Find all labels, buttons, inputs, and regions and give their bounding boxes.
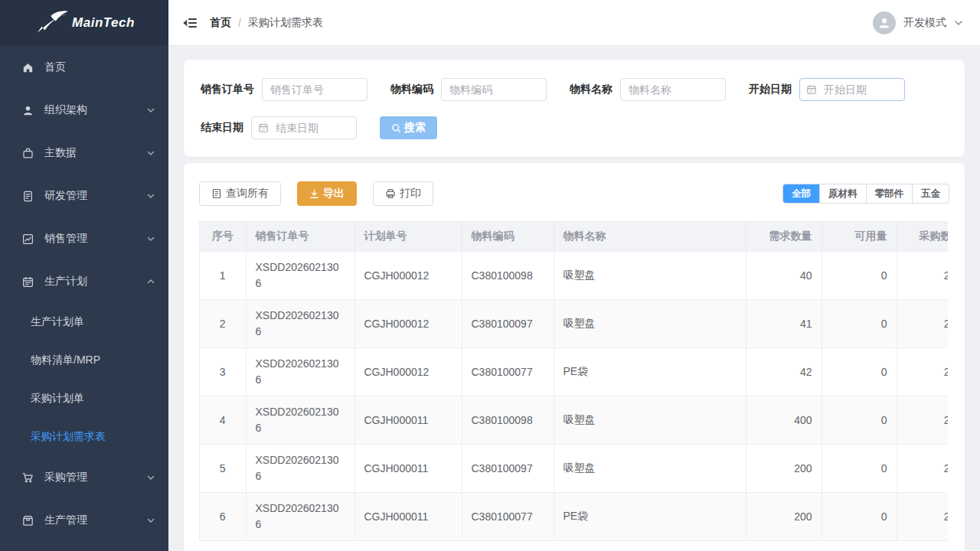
sidebar-menu: 首页组织架构主数据研发管理销售管理生产计划生产计划单物料清单/MRP采购计划单采…: [0, 46, 168, 542]
sidebar-item-sales-mgmt[interactable]: 销售管理: [0, 217, 168, 260]
sidebar-item-rd-mgmt[interactable]: 研发管理: [0, 174, 168, 217]
sidebar-item-purchase-mgmt[interactable]: 采购管理: [0, 456, 168, 499]
sidebar-subitem-production-plan-order[interactable]: 生产计划单: [0, 303, 168, 341]
cell-purchase-qty: 2: [897, 444, 948, 492]
material-name-input[interactable]: [620, 78, 726, 101]
sidebar-fold-icon[interactable]: [182, 15, 199, 31]
sidebar-subitem-label: 采购计划需求表: [31, 430, 106, 444]
input-wrap: [262, 78, 368, 101]
search-button[interactable]: 搜索: [380, 116, 437, 139]
sidebar-subitem-bom-mrp[interactable]: 物料清单/MRP: [0, 341, 168, 380]
table-container: 序号销售订单号计划单号物料编码物料名称需求数量可用量采购数量 1XSDD2026…: [199, 221, 948, 541]
cell-plan-no: CGJH000012: [354, 251, 462, 299]
print-button[interactable]: 打印: [373, 181, 433, 206]
cell-plan-no: CGJH000011: [354, 492, 462, 540]
tab-parts[interactable]: 零部件: [866, 184, 913, 203]
sidebar-subitem-purchase-plan-demand[interactable]: 采购计划需求表: [0, 418, 168, 456]
column-header-sales-order-no: 销售订单号: [246, 222, 354, 251]
filter-field-start-date: 开始日期: [749, 78, 905, 101]
search-icon: [391, 123, 401, 133]
sidebar-item-production-mgmt[interactable]: 生产管理: [0, 499, 168, 542]
column-header-material-code: 物料编码: [462, 222, 554, 251]
cart-icon: [21, 471, 34, 484]
chevron-down-icon: [147, 149, 155, 157]
breadcrumb-home-link[interactable]: 首页: [210, 16, 231, 30]
cell-plan-no: CGJH000012: [354, 299, 462, 347]
material-code-input[interactable]: [441, 78, 547, 101]
brand-swoosh-icon: [34, 9, 70, 37]
tab-hardware[interactable]: 五金: [912, 184, 949, 203]
cell-material-name: 吸塑盘: [554, 444, 746, 492]
home-icon: [21, 61, 34, 74]
cell-required-qty: 400: [746, 396, 822, 444]
chart-icon: [21, 233, 34, 246]
column-header-index: 序号: [200, 222, 246, 251]
filter-form: 销售订单号物料编码物料名称开始日期结束日期搜索: [201, 78, 948, 139]
brand-name: MainTech: [72, 15, 135, 31]
user-menu[interactable]: 开发模式: [873, 11, 963, 34]
cell-sales-order-no: XSDD2026021306: [246, 492, 354, 540]
start-date-input[interactable]: [799, 78, 905, 101]
cell-material-code: C380100077: [462, 492, 554, 540]
chevron-down-icon: [147, 106, 155, 114]
filter-label-sales-order-no: 销售订单号: [201, 83, 254, 96]
filter-field-material-name: 物料名称: [570, 78, 726, 101]
table-row: 5XSDD2026021306CGJH000011C380100097吸塑盘20…: [200, 444, 948, 492]
cell-index: 5: [200, 444, 246, 492]
filter-field-sales-order-no: 销售订单号: [201, 78, 368, 101]
cell-material-code: C380100098: [462, 251, 554, 299]
table-row: 6XSDD2026021306CGJH000011C380100077PE袋20…: [200, 492, 948, 540]
table-toolbar: 查询所有 导出: [199, 181, 949, 206]
filter-label-end-date: 结束日期: [201, 121, 243, 135]
table-row: 4XSDD2026021306CGJH000011C380100098吸塑盘40…: [200, 396, 948, 444]
content: 销售订单号物料编码物料名称开始日期结束日期搜索 查询所有: [168, 46, 980, 551]
sidebar-item-label: 生产计划: [44, 275, 147, 289]
table-row: 3XSDD2026021306CGJH000012C380100077PE袋42…: [200, 347, 948, 396]
sidebar-item-label: 主数据: [44, 146, 147, 160]
cell-material-name: 吸塑盘: [554, 299, 746, 347]
cell-purchase-qty: 2: [897, 299, 948, 347]
sidebar-item-production-plan[interactable]: 生产计划: [0, 260, 168, 303]
breadcrumb-separator: /: [238, 17, 241, 29]
calendar-icon: [21, 276, 34, 289]
tab-all[interactable]: 全部: [783, 184, 819, 203]
cell-index: 1: [200, 251, 246, 299]
sidebar-subitem-purchase-plan-order[interactable]: 采购计划单: [0, 380, 168, 418]
chevron-down-icon: [147, 474, 155, 481]
export-label: 导出: [323, 187, 345, 201]
cell-material-code: C380100097: [462, 444, 554, 492]
sidebar-item-label: 销售管理: [44, 232, 147, 246]
cell-index: 3: [200, 347, 246, 396]
sales-order-no-input[interactable]: [262, 78, 368, 101]
search-label: 搜索: [404, 121, 426, 135]
sidebar-item-master-data[interactable]: 主数据: [0, 132, 168, 174]
cell-index: 4: [200, 396, 246, 444]
filter-field-end-date: 结束日期: [201, 116, 357, 139]
cell-sales-order-no: XSDD2026021306: [246, 251, 354, 299]
tab-raw-material[interactable]: 原材料: [819, 184, 866, 203]
cell-required-qty: 200: [746, 444, 822, 492]
cell-purchase-qty: 2: [897, 251, 948, 299]
cell-available-qty: 0: [822, 444, 897, 492]
box-icon: [21, 514, 34, 527]
sidebar-item-label: 生产管理: [44, 514, 147, 527]
filter-panel: 销售订单号物料编码物料名称开始日期结束日期搜索: [184, 60, 965, 157]
cell-material-name: PE袋: [554, 347, 746, 396]
column-header-material-name: 物料名称: [554, 222, 746, 251]
sidebar-subitem-label: 物料清单/MRP: [31, 354, 100, 367]
sidebar-item-home[interactable]: 首页: [0, 46, 168, 89]
sidebar-item-org[interactable]: 组织架构: [0, 89, 168, 132]
table-panel: 查询所有 导出: [184, 163, 965, 551]
user-icon: [21, 104, 34, 117]
sidebar-item-label: 采购管理: [44, 471, 147, 484]
main-area: 首页 / 采购计划需求表 开发模式 销售订单号物料编码物料名称开始日期结束日期搜…: [168, 0, 980, 551]
sidebar-item-label: 首页: [44, 60, 155, 74]
query-all-button[interactable]: 查询所有: [199, 181, 281, 206]
cell-purchase-qty: 2: [897, 347, 948, 396]
printer-icon: [385, 188, 396, 199]
cell-required-qty: 200: [746, 492, 822, 540]
export-button[interactable]: 导出: [297, 181, 357, 206]
cell-material-name: 吸塑盘: [554, 396, 746, 444]
table-row: 1XSDD2026021306CGJH000012C380100098吸塑盘40…: [200, 251, 948, 299]
end-date-input[interactable]: [251, 116, 357, 139]
